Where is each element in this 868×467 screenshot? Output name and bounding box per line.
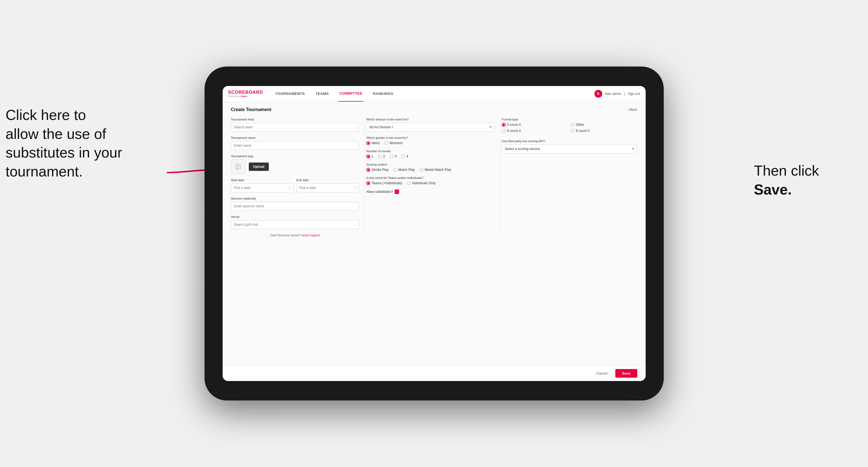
venue-input[interactable]	[231, 220, 359, 229]
event-teams[interactable]: Teams (+Individuals)	[366, 181, 402, 185]
scoring-stroke-play-label: Stroke Play	[372, 168, 389, 172]
rounds-4-label: 4	[406, 154, 408, 158]
scoring-system-label: Scoring system	[366, 163, 495, 166]
rounds-3-radio[interactable]	[390, 154, 394, 158]
email-support-link[interactable]: email support	[301, 234, 320, 237]
event-type-radio-group: Teams (+Individuals) Individuals Only	[366, 181, 495, 185]
event-teams-radio[interactable]	[366, 181, 370, 185]
allow-substitutes-item: Allow substitutes?	[366, 189, 495, 194]
svg-point-2	[237, 165, 238, 166]
allow-substitutes-checkbox[interactable]	[395, 189, 399, 194]
start-date-input[interactable]	[231, 183, 293, 192]
scoring-match-play-label: Match Play	[399, 168, 415, 172]
end-date-input[interactable]	[297, 183, 359, 192]
nav-rankings[interactable]: RANKINGS	[372, 86, 394, 101]
nav-tournaments[interactable]: TOURNAMENTS	[274, 86, 306, 101]
rounds-4[interactable]: 4	[401, 154, 408, 158]
start-date-group: Start date ☐	[231, 178, 293, 192]
event-type-group: Is this event for Teams and/or Individua…	[366, 176, 495, 185]
nav-separator: |	[624, 92, 625, 96]
logo-powered-by: Powered by clippd	[228, 95, 263, 97]
format-6count4-radio[interactable]	[502, 129, 506, 133]
scoring-api-select[interactable]: Select a scoring service	[502, 145, 637, 153]
rounds-1[interactable]: 1	[366, 154, 373, 158]
format-5count4-label: 5 count 4	[507, 123, 521, 127]
nav-committee[interactable]: COMMITTEE	[338, 86, 364, 101]
event-individuals[interactable]: Individuals Only	[407, 181, 436, 185]
image-icon	[235, 164, 241, 170]
format-other-radio[interactable]	[570, 123, 575, 127]
rounds-4-radio[interactable]	[401, 154, 405, 158]
sponsor-group: Sponsor (optional)	[231, 197, 359, 211]
tournament-host-input[interactable]	[231, 123, 359, 132]
form-col-2: Which division is the event for? NCAA Di…	[366, 118, 500, 237]
rounds-2[interactable]: 2	[378, 154, 385, 158]
nav-teams[interactable]: TEAMS	[314, 86, 330, 101]
scoring-match-play[interactable]: Match Play	[393, 168, 415, 172]
division-label: Which division is the event for?	[366, 118, 495, 121]
rounds-group: Number of rounds 1 2	[366, 150, 495, 158]
format-other[interactable]: Other	[570, 123, 637, 127]
rounds-1-radio[interactable]	[366, 154, 370, 158]
division-select[interactable]: NCAA Division I	[366, 123, 495, 132]
gender-mens-radio[interactable]	[366, 141, 370, 145]
gender-womens[interactable]: Womens	[384, 141, 403, 145]
tablet-screen: SCOREBOARD Powered by clippd TOURNAMENTS…	[223, 86, 646, 381]
format-type-group: Format type 5 count 4 Other	[502, 118, 637, 133]
rounds-3-label: 3	[395, 154, 397, 158]
tournament-name-input[interactable]	[231, 141, 359, 150]
gender-womens-radio[interactable]	[384, 141, 388, 145]
page-header: Create Tournament ‹ Back	[231, 107, 637, 112]
rounds-label: Number of rounds	[366, 150, 495, 153]
event-individuals-radio[interactable]	[407, 181, 411, 185]
gender-mens[interactable]: Mens	[366, 141, 380, 145]
save-button[interactable]: Save	[615, 369, 637, 378]
format-6count4[interactable]: 6 count 4	[502, 129, 568, 133]
scoring-medal-match-play-label: Medal Match Play	[425, 168, 451, 172]
end-date-label: End date	[297, 178, 359, 182]
back-chevron-icon: ‹	[627, 108, 629, 112]
page-content: Create Tournament ‹ Back Tournament Host	[223, 101, 646, 366]
back-label: Back	[630, 108, 637, 112]
scoring-stroke-play-radio[interactable]	[366, 168, 370, 172]
calendar-end-icon: ☐	[354, 186, 357, 190]
format-5count4-radio[interactable]	[502, 123, 506, 127]
format-other-label: Other	[576, 123, 584, 127]
start-date-label: Start date	[231, 178, 293, 182]
scoring-match-play-radio[interactable]	[393, 168, 397, 172]
annotation-left: Click here to allow the use of substitut…	[6, 106, 122, 181]
annotation-right: Then click Save.	[754, 161, 860, 199]
rounds-radio-group: 1 2 3 4	[366, 154, 495, 158]
scoring-system-radio-group: Stroke Play Match Play Medal Match Play	[366, 168, 495, 172]
cancel-button[interactable]: Cancel	[592, 369, 612, 378]
scoring-system-group: Scoring system Stroke Play Match Play	[366, 163, 495, 172]
gender-group: Which gender is the event for? Mens Wome…	[366, 136, 495, 145]
rounds-3[interactable]: 3	[390, 154, 397, 158]
start-date-wrap: ☐	[231, 183, 293, 192]
page-title: Create Tournament	[231, 107, 272, 112]
tournament-name-group: Tournament name	[231, 136, 359, 150]
scoring-stroke-play[interactable]: Stroke Play	[366, 168, 389, 172]
back-button[interactable]: ‹ Back	[627, 108, 637, 112]
division-group: Which division is the event for? NCAA Di…	[366, 118, 495, 132]
format-6count5[interactable]: 6 count 5	[570, 129, 637, 133]
sign-out-button[interactable]: Sign out	[627, 92, 640, 96]
format-6count5-radio[interactable]	[570, 129, 575, 133]
scoring-medal-match-play-radio[interactable]	[420, 168, 423, 172]
rounds-1-label: 1	[372, 154, 373, 158]
venue-dropdown-icon: ⌄	[354, 223, 357, 226]
gender-womens-label: Womens	[390, 141, 403, 145]
gender-radio-group: Mens Womens	[366, 141, 495, 145]
user-name: blair admin	[605, 92, 621, 96]
end-date-group: End date ☐	[297, 178, 359, 192]
format-6count4-label: 6 count 4	[507, 129, 521, 133]
sponsor-input[interactable]	[231, 202, 359, 211]
upload-button[interactable]: Upload	[249, 162, 269, 171]
logo: SCOREBOARD Powered by clippd	[228, 90, 263, 97]
scoring-medal-match-play[interactable]: Medal Match Play	[420, 168, 451, 172]
rounds-2-radio[interactable]	[378, 154, 382, 158]
search-icon: ⌄	[354, 125, 357, 129]
format-5count4[interactable]: 5 count 4	[502, 123, 568, 127]
tournament-host-group: Tournament Host ⌄	[231, 118, 359, 132]
tournament-logo-label: Tournament logo	[231, 154, 359, 158]
